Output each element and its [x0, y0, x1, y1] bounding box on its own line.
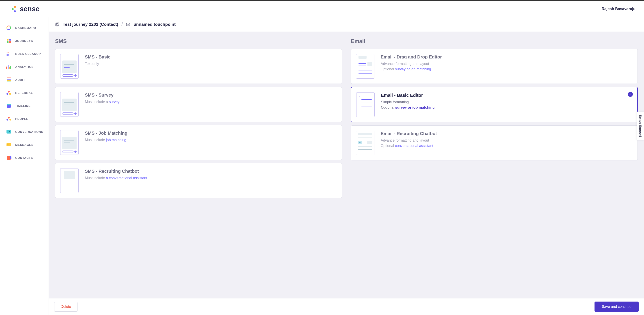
card-description: Must include a conversational assistant	[85, 176, 337, 180]
footer-bar: Delete Save and continue	[49, 298, 644, 315]
main-area: Test journey 2202 (Contact) / unnamed to…	[49, 17, 644, 315]
sidebar-item-timeline[interactable]: TIMELINE	[0, 99, 48, 112]
card-email-basic[interactable]: ✓ Email - Basic Editor Simple formatting	[351, 87, 638, 122]
support-tab[interactable]: Sense Support	[636, 112, 644, 140]
sms-thumb-icon	[60, 92, 78, 117]
card-sms-basic[interactable]: SMS - Basic Text only	[55, 49, 342, 84]
contacts-icon	[6, 155, 11, 160]
survey-job-matching-link[interactable]: survey or job matching	[395, 67, 431, 71]
sidebar: DASHBOARD JOURNEYS BULK CLEANUP ANALYTIC…	[0, 17, 49, 315]
people-icon	[6, 116, 11, 121]
user-menu[interactable]: Rajesh Basavaraju	[602, 7, 636, 11]
brand-name: sense	[20, 5, 40, 13]
card-title: SMS - Job Matching	[85, 131, 337, 136]
email-thumb-icon	[356, 131, 374, 155]
delete-button[interactable]: Delete	[54, 302, 78, 312]
sms-thumb-icon	[60, 168, 78, 193]
sidebar-item-analytics[interactable]: ANALYTICS	[0, 60, 48, 73]
survey-job-matching-link[interactable]: survey or job matching	[395, 106, 435, 109]
sidebar-item-label: AUDIT	[15, 78, 25, 82]
email-column: Email	[351, 38, 638, 198]
sms-column-title: SMS	[55, 38, 342, 44]
breadcrumb-separator: /	[121, 21, 123, 28]
bulk-cleanup-icon	[6, 51, 11, 56]
sidebar-item-contacts[interactable]: CONTACTS	[0, 151, 48, 164]
dashboard-icon	[6, 25, 11, 30]
top-bar: sense Rajesh Basavaraju	[0, 0, 644, 17]
messages-icon	[6, 142, 11, 147]
audit-icon	[6, 77, 11, 82]
card-sms-job-matching[interactable]: SMS - Job Matching Must include job matc…	[55, 125, 342, 160]
sidebar-item-label: BULK CLEANUP	[15, 52, 41, 56]
sidebar-item-conversations[interactable]: CONVERSATIONS	[0, 125, 48, 138]
journey-icon	[55, 22, 60, 27]
card-email-recruiting-chatbot[interactable]: Email - Recruiting Chatbot Advance forma…	[351, 125, 638, 160]
sidebar-item-label: REFERRAL	[15, 91, 33, 95]
sidebar-item-label: TIMELINE	[15, 104, 31, 108]
svg-rect-1	[56, 24, 58, 26]
mail-icon	[126, 22, 130, 27]
check-icon: ✓	[628, 92, 633, 97]
card-description: Must include job matching	[85, 138, 337, 142]
card-description: Advance formatting and layout	[381, 138, 632, 143]
card-description: Must include a survey	[85, 100, 337, 104]
sidebar-item-label: CONTACTS	[15, 156, 33, 160]
card-title: SMS - Basic	[85, 55, 337, 60]
brand-logo-icon	[12, 6, 18, 12]
breadcrumb-journey[interactable]: Test journey 2202 (Contact)	[63, 22, 118, 27]
sidebar-item-label: MESSAGES	[15, 143, 34, 147]
referral-icon	[6, 90, 11, 95]
card-optional: Optional survey or job matching	[381, 67, 632, 71]
conversations-icon	[6, 129, 11, 134]
sidebar-item-label: CONVERSATIONS	[15, 130, 43, 134]
svg-rect-0	[56, 23, 59, 26]
email-thumb-icon	[356, 54, 374, 79]
sidebar-item-label: JOURNEYS	[15, 39, 33, 43]
card-title: Email - Drag and Drop Editor	[381, 55, 632, 60]
sms-thumb-icon	[60, 130, 78, 155]
card-title: Email - Recruiting Chatbot	[381, 131, 632, 136]
journeys-icon	[6, 38, 11, 43]
card-description: Advance formatting and layout	[381, 62, 632, 66]
email-thumb-icon	[356, 92, 374, 117]
card-description: Simple formatting	[381, 100, 632, 104]
analytics-icon	[6, 64, 11, 69]
save-and-continue-button[interactable]: Save and continue	[594, 301, 639, 312]
card-sms-recruiting-chatbot[interactable]: SMS - Recruiting Chatbot Must include a …	[55, 163, 342, 198]
content: SMS SMS - Basic Text only	[49, 32, 644, 315]
email-column-title: Email	[351, 38, 638, 44]
sidebar-item-label: DASHBOARD	[15, 26, 36, 30]
job-matching-link[interactable]: job matching	[106, 138, 126, 142]
sidebar-item-label: PEOPLE	[15, 117, 28, 121]
breadcrumb: Test journey 2202 (Contact) / unnamed to…	[49, 17, 644, 32]
sidebar-item-people[interactable]: PEOPLE	[0, 112, 48, 125]
sidebar-item-audit[interactable]: AUDIT	[0, 73, 48, 86]
card-sms-survey[interactable]: SMS - Survey Must include a survey	[55, 87, 342, 122]
sidebar-item-label: ANALYTICS	[15, 65, 34, 69]
sidebar-item-messages[interactable]: MESSAGES	[0, 138, 48, 151]
sidebar-item-dashboard[interactable]: DASHBOARD	[0, 21, 48, 34]
brand-logo[interactable]: sense	[12, 5, 40, 13]
sms-column: SMS SMS - Basic Text only	[55, 38, 342, 198]
sidebar-item-journeys[interactable]: JOURNEYS	[0, 34, 48, 47]
sidebar-item-bulk-cleanup[interactable]: BULK CLEANUP	[0, 47, 48, 60]
breadcrumb-touchpoint[interactable]: unnamed touchpoint	[134, 22, 176, 27]
survey-link[interactable]: survey	[109, 100, 120, 104]
card-title: Email - Basic Editor	[381, 93, 632, 98]
card-title: SMS - Recruiting Chatbot	[85, 169, 337, 174]
conversational-assistant-link[interactable]: conversational assistant	[395, 144, 433, 148]
conversational-assistant-link[interactable]: a conversational assistant	[106, 176, 147, 180]
timeline-icon	[6, 103, 11, 108]
card-optional: Optional survey or job matching	[381, 106, 632, 110]
sms-thumb-icon	[60, 54, 78, 79]
sidebar-item-referral[interactable]: REFERRAL	[0, 86, 48, 99]
card-description: Text only	[85, 62, 337, 66]
card-optional: Optional conversational assistant	[381, 144, 632, 148]
card-title: SMS - Survey	[85, 93, 337, 98]
card-email-drag-drop[interactable]: Email - Drag and Drop Editor Advance for…	[351, 49, 638, 84]
